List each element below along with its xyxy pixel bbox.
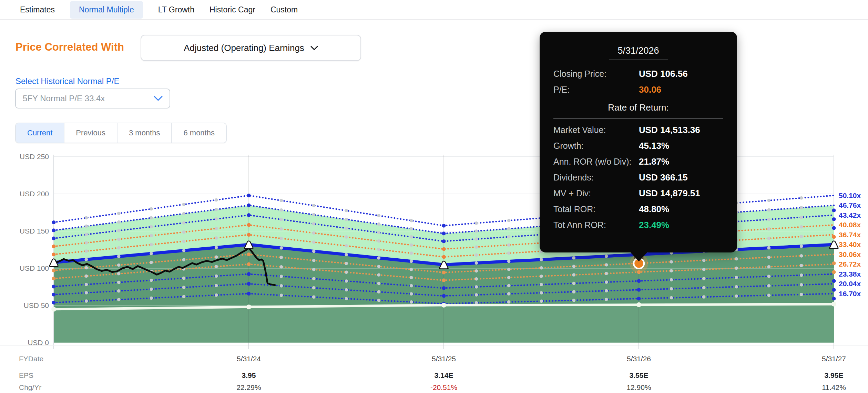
y-axis-label: USD 250 [0,153,49,160]
month-data-dot [540,266,543,270]
chevron-down-icon [154,96,163,101]
tab-normal-multiple[interactable]: Normal Multiple [70,1,143,19]
month-data-dot [767,246,771,250]
fy-data-dot [52,269,56,272]
normal-pe-select[interactable]: 5FY Normal P/E 33.4x [15,89,170,108]
month-data-dot [215,284,218,287]
range-button-previous[interactable]: Previous [64,123,117,143]
month-data-dot [150,297,153,300]
month-data-dot [507,235,511,239]
range-segmented-control: Current Previous 3 months 6 months [15,123,227,143]
pe-multiple-label: 33.40x [839,241,861,248]
month-data-dot [280,227,283,231]
month-data-dot [507,292,511,296]
month-data-dot [377,265,381,268]
month-data-dot [410,219,413,223]
tooltip-pointer [631,252,647,261]
y-axis-label: USD 100 [0,265,49,272]
month-data-dot [150,234,153,237]
month-data-dot [117,255,121,258]
month-data-dot [85,283,88,286]
month-data-dot [605,289,608,292]
tooltip-row-value: 45.13% [639,141,669,151]
fy-data-dot [442,247,446,251]
earnings-type-value: Adjusted (Operating) Earnings [184,43,304,53]
month-data-dot [312,250,316,253]
month-data-dot [85,258,88,261]
tooltip-row-label: Closing Price: [553,69,639,79]
month-data-dot [117,298,121,301]
month-data-dot [85,249,88,253]
month-data-dot [280,199,283,202]
fy-date-value: 5/31/24 [211,355,287,363]
fy-data-dot [442,255,446,259]
month-data-dot [540,300,543,303]
price-pe-chart[interactable] [0,0,868,393]
fy-data-dot [52,228,56,232]
tooltip-row-value: USD 14,513.36 [639,125,700,135]
month-data-dot [150,207,153,211]
month-data-dot [312,259,316,262]
fy-data-dot [52,293,56,297]
tooltip-row-value: 23.49% [639,220,669,230]
fy-data-dot [832,279,836,283]
month-data-dot [117,212,121,215]
month-data-dot [507,219,511,223]
tooltip-row-total-ror: Total ROR: 48.80% [553,201,723,217]
tooltip-row-value: USD 14,879.51 [639,188,700,199]
month-data-dot [475,254,478,257]
dividend-dot [51,307,56,312]
month-data-dot [800,216,803,219]
month-data-dot [507,276,511,279]
y-axis-label: USD 200 [0,190,49,197]
tab-lt-growth[interactable]: LT Growth [158,5,194,14]
month-data-dot [117,220,121,224]
fy-data-dot [247,272,251,276]
month-data-dot [800,254,803,258]
tab-custom[interactable]: Custom [270,5,298,14]
month-data-dot [767,227,771,231]
month-data-dot [572,273,576,277]
eps-value: 3.95 [211,371,287,380]
month-data-dot [312,240,316,244]
tab-historic-cagr[interactable]: Historic Cagr [210,5,255,14]
month-data-dot [215,256,218,259]
fy-data-dot [442,271,446,275]
tab-estimates[interactable]: Estimates [20,5,55,14]
y-axis-label: USD 150 [0,227,49,235]
month-data-dot [377,256,381,260]
month-data-dot [377,223,381,226]
month-data-dot [182,240,186,243]
pe-multiple-label: 50.10x [839,192,861,199]
month-data-dot [475,277,478,281]
month-data-dot [800,273,803,277]
month-data-dot [475,237,478,241]
fy-data-dot [247,204,251,207]
month-data-dot [117,246,121,250]
month-data-dot [312,277,316,280]
range-button-6-months[interactable]: 6 months [171,123,226,143]
month-data-dot [215,246,218,249]
month-data-dot [150,216,153,220]
tooltip-row-market-value: Market Value: USD 14,513.36 [553,122,723,138]
range-button-current[interactable]: Current [16,123,64,143]
month-data-dot [377,248,381,251]
month-data-dot [735,285,738,289]
tooltip-row-growth: Growth: 45.13% [553,138,723,154]
month-data-dot [377,282,381,285]
tooltip-row-label: Growth: [553,141,639,151]
month-data-dot [345,235,348,239]
earnings-type-dropdown[interactable]: Adjusted (Operating) Earnings [141,35,361,61]
range-button-3-months[interactable]: 3 months [117,123,172,143]
month-data-dot [85,225,88,228]
fy-data-dot [442,278,446,282]
month-data-dot [702,259,706,262]
tooltip-row-pe: P/E: 30.06 [553,82,723,97]
fy-data-dot [832,208,836,212]
month-data-dot [85,241,88,245]
month-data-dot [410,300,413,304]
month-data-dot [345,227,348,230]
month-data-dot [150,279,153,282]
fy-data-dot [52,277,56,280]
month-data-dot [767,199,771,202]
